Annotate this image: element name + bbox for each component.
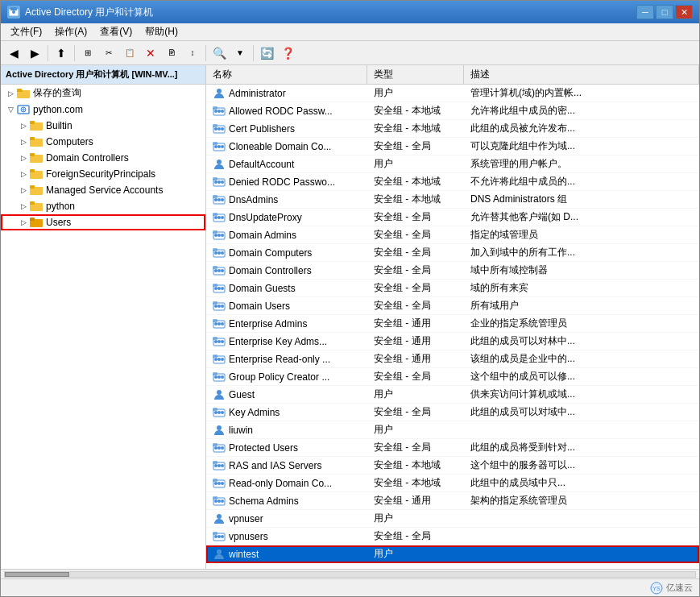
- expand-users[interactable]: ▷: [17, 216, 30, 229]
- expand-dc[interactable]: ▷: [17, 151, 30, 164]
- svg-point-77: [214, 305, 217, 308]
- horizontal-scrollbar[interactable]: [4, 571, 696, 578]
- expand-computers[interactable]: ▷: [17, 135, 30, 148]
- svg-point-37: [217, 145, 221, 148]
- svg-rect-5: [17, 89, 22, 92]
- group-icon: [213, 317, 226, 330]
- expand-domain[interactable]: ▽: [4, 103, 17, 116]
- up-button[interactable]: ⬆: [52, 44, 71, 63]
- group-icon: [213, 406, 226, 419]
- row-name-cell: Domain Admins: [206, 227, 367, 243]
- col-header-name[interactable]: 名称: [206, 65, 367, 84]
- list-row[interactable]: Allowed RODC Passw...安全组 - 本地域允许将此组中成员的密…: [206, 102, 699, 120]
- svg-rect-15: [30, 153, 35, 156]
- toolbar-sep-4: [253, 45, 254, 61]
- group-icon: [213, 229, 226, 242]
- list-row[interactable]: Domain Users安全组 - 全局所有域用户: [206, 297, 699, 315]
- move-button[interactable]: ↕: [183, 44, 202, 63]
- delete-button[interactable]: ✕: [141, 44, 160, 63]
- maximize-button[interactable]: □: [656, 5, 673, 19]
- expand-fsp[interactable]: ▷: [17, 168, 30, 180]
- list-row[interactable]: DnsAdmins安全组 - 本地域DNS Administrators 组: [206, 191, 699, 209]
- close-button[interactable]: ✕: [675, 5, 693, 19]
- list-row[interactable]: DefaultAccount用户系统管理的用户帐户。: [206, 155, 699, 173]
- list-row[interactable]: Cloneable Domain Co...安全组 - 全局可以克隆此组中作为域…: [206, 138, 699, 155]
- col-header-desc[interactable]: 描述: [464, 65, 699, 84]
- list-row[interactable]: DnsUpdateProxy安全组 - 全局允许替其他客户端(如 D...: [206, 209, 699, 226]
- filter-button[interactable]: ▼: [230, 44, 250, 63]
- content-panel: 名称 类型 描述 Administrator用户管理计算机(域)的内置帐...A…: [206, 65, 699, 569]
- find-button[interactable]: 🔍: [209, 44, 229, 63]
- forward-button[interactable]: ▶: [25, 44, 44, 63]
- menu-help[interactable]: 帮助(H): [139, 23, 184, 40]
- expand-builtin[interactable]: ▷: [17, 119, 30, 132]
- new-button[interactable]: ✂: [99, 44, 118, 63]
- help-toolbar-button[interactable]: ❓: [278, 44, 297, 63]
- user-icon: [213, 388, 226, 401]
- refresh-button[interactable]: 🔄: [257, 44, 276, 63]
- sidebar-item-fsp[interactable]: ▷ ForeignSecurityPrincipals: [1, 166, 205, 182]
- back-button[interactable]: ◀: [4, 44, 23, 63]
- list-row[interactable]: Key Admins安全组 - 全局此组的成员可以对域中...: [206, 404, 699, 421]
- svg-rect-90: [213, 337, 217, 340]
- list-row[interactable]: Group Policy Creator ...安全组 - 全局这个组中的成员可…: [206, 368, 699, 386]
- list-row[interactable]: Schema Admins安全组 - 通用架构的指定系统管理员: [206, 492, 699, 510]
- list-row[interactable]: Enterprise Admins安全组 - 通用企业的指定系统管理员: [206, 315, 699, 333]
- list-row[interactable]: Denied RODC Passwo...安全组 - 本地域不允许将此组中成员的…: [206, 173, 699, 191]
- group-icon: [213, 442, 226, 454]
- svg-point-54: [221, 216, 224, 219]
- list-row[interactable]: Protected Users安全组 - 全局此组的成员将受到针对...: [206, 439, 699, 457]
- list-row[interactable]: Domain Controllers安全组 - 全局域中所有域控制器: [206, 262, 699, 280]
- col-header-type[interactable]: 类型: [367, 65, 464, 84]
- svg-point-82: [214, 322, 217, 325]
- app-icon: [7, 6, 20, 19]
- expand-python[interactable]: ▷: [17, 200, 30, 213]
- svg-point-2: [12, 10, 15, 14]
- list-row[interactable]: Cert Publishers安全组 - 本地域此组的成员被允许发布...: [206, 120, 699, 138]
- sidebar-item-domain[interactable]: ▽ python.com: [1, 102, 205, 118]
- toolbar-sep-3: [205, 45, 206, 61]
- menu-file[interactable]: 文件(F): [4, 23, 48, 40]
- list-row[interactable]: Domain Guests安全组 - 全局域的所有来宾: [206, 280, 699, 297]
- row-name-cell: Key Admins: [206, 404, 367, 421]
- list-row[interactable]: Administrator用户管理计算机(域)的内置帐...: [206, 85, 699, 102]
- list-row[interactable]: vpnusers安全组 - 全局: [206, 528, 699, 545]
- row-desc-cell: [464, 517, 699, 520]
- expand-saved-queries[interactable]: ▷: [4, 87, 17, 100]
- sidebar-item-saved-queries[interactable]: ▷ 保存的查询: [1, 85, 205, 102]
- svg-point-88: [217, 340, 221, 343]
- row-desc-cell: 此组中的成员域中只...: [464, 475, 699, 491]
- svg-point-68: [217, 269, 221, 272]
- scrollbar-thumb[interactable]: [5, 572, 69, 577]
- list-row[interactable]: Domain Admins安全组 - 全局指定的域管理员: [206, 226, 699, 244]
- sidebar-item-python[interactable]: ▷ python: [1, 198, 205, 214]
- list-row[interactable]: liuwin用户: [206, 421, 699, 439]
- menu-view[interactable]: 查看(V): [93, 23, 139, 40]
- list-row[interactable]: wintest用户: [206, 545, 699, 563]
- svg-point-93: [217, 358, 221, 361]
- menu-action[interactable]: 操作(A): [48, 23, 93, 40]
- row-name: Group Policy Creator ...: [229, 371, 329, 383]
- list-row[interactable]: RAS and IAS Servers安全组 - 本地域这个组中的服务器可以..…: [206, 457, 699, 475]
- copy-button[interactable]: 📋: [120, 44, 139, 63]
- expand-msa[interactable]: ▷: [17, 184, 30, 197]
- list-row[interactable]: Enterprise Key Adms...安全组 - 通用此组的成员可以对林中…: [206, 333, 699, 350]
- sidebar-item-users[interactable]: ▷ Users: [1, 214, 205, 230]
- sidebar-item-computers[interactable]: ▷ Computers: [1, 134, 205, 150]
- svg-point-28: [221, 110, 224, 113]
- sidebar-item-dc[interactable]: ▷ Domain Controllers: [1, 150, 205, 166]
- minimize-button[interactable]: ─: [636, 5, 654, 19]
- svg-rect-112: [213, 443, 217, 446]
- list-row[interactable]: Read-only Domain Co...安全组 - 本地域此组中的成员域中只…: [206, 475, 699, 492]
- list-row[interactable]: Domain Computers安全组 - 全局加入到域中的所有工作...: [206, 244, 699, 262]
- list-row[interactable]: Guest用户供来宾访问计算机或域...: [206, 386, 699, 404]
- svg-point-104: [217, 411, 221, 414]
- list-row[interactable]: vpnuser用户: [206, 510, 699, 528]
- list-row[interactable]: Enterprise Read-only ...安全组 - 通用该组的成员是企业…: [206, 350, 699, 368]
- show-hide-button[interactable]: ⊞: [78, 44, 97, 63]
- sidebar-item-builtin[interactable]: ▷ Builtin: [1, 118, 205, 134]
- svg-point-38: [221, 145, 224, 148]
- sidebar-item-msa[interactable]: ▷ Managed Service Accounts: [1, 182, 205, 198]
- user-icon: [213, 548, 226, 561]
- properties-button[interactable]: 🖹: [162, 44, 181, 63]
